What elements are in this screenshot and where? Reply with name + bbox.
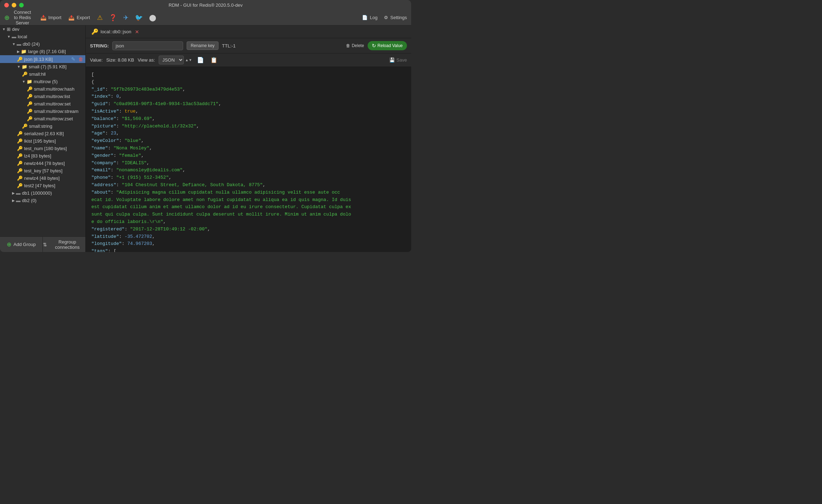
tree-item-small[interactable]: ▼📁small (7) [5.91 KB] [0, 63, 85, 70]
tree-item-lz4[interactable]: 🔑lz4 [83 bytes] [0, 152, 85, 160]
key-icon: 🔑 [17, 131, 23, 136]
tree-item-label: newlz444 [78 bytes] [24, 161, 65, 166]
delete-icon: 🗑 [346, 43, 350, 48]
db-icon: ▬ [16, 190, 21, 196]
toolbar-actions: 📄 Log ⚙ Settings [362, 15, 407, 20]
help-icon[interactable]: ❓ [109, 14, 117, 22]
view-format-button[interactable]: 📋 [209, 56, 219, 64]
size-label: Size: 8.08 KB [106, 57, 134, 63]
twitter-icon[interactable]: 🐦 [135, 14, 143, 22]
tree-item-small_string[interactable]: 🔑small:string [0, 122, 85, 130]
key-tab-close[interactable]: ✕ [135, 29, 139, 35]
log-button[interactable]: 📄 Log [362, 15, 378, 20]
chevron-icon: ▼ [22, 80, 25, 84]
github-icon[interactable]: ⬤ [149, 14, 156, 22]
json-line: "balance": "$1,560.69", [91, 115, 406, 123]
settings-label: Settings [390, 15, 407, 20]
json-line: "about": "Adipisicing magna cillum cupid… [91, 189, 406, 226]
json-editor[interactable]: [ { "_id": "5f7b26973c483ea3479d4e53", "… [86, 67, 411, 252]
json-line: "address": "104 Chestnut Street, Defianc… [91, 182, 406, 189]
tree-item-small_multirow_zset[interactable]: 🔑small:multirow:zset [0, 115, 85, 122]
telegram-icon[interactable]: ✈ [123, 14, 129, 22]
folder-icon: 📁 [27, 79, 32, 84]
add-group-icon: ⊕ [7, 241, 11, 248]
sidebar-tree[interactable]: ▼⊞dev▼▬local▼▬db0 (24)▶📁large (8) [7.16 … [0, 25, 85, 236]
settings-button[interactable]: ⚙ Settings [384, 15, 407, 20]
tree-item-label: small:multirow:hash [34, 86, 74, 92]
tree-item-lkist[interactable]: 🔑lkist [195 bytes] [0, 137, 85, 145]
minimize-button[interactable] [12, 3, 16, 7]
tree-item-small_multirow_list[interactable]: 🔑small:multirow:list [0, 93, 85, 100]
key-icon: 🔑 [27, 94, 33, 99]
tree-item-db2[interactable]: ▶▬db2 (0) [0, 197, 85, 204]
key-tab-icon: 🔑 [91, 28, 98, 35]
tree-item-label: test_num [180 bytes] [24, 146, 67, 151]
json-line: "latitude": -35.472702, [91, 233, 406, 241]
tree-item-large[interactable]: ▶📁large (8) [7.16 GB] [0, 48, 85, 55]
window-title: RDM - GUI for Redis® 2020.5.0-dev [169, 2, 243, 8]
key-tab-header: 🔑 local::db0::json ✕ [86, 25, 411, 38]
save-button[interactable]: 💾 Save [389, 57, 407, 63]
social-icons: ⚠ ❓ ✈ 🐦 ⬤ [97, 14, 156, 22]
delete-button[interactable]: 🗑 Delete [346, 43, 364, 48]
edit-key-icon[interactable]: ✎ [71, 56, 75, 62]
key-icon: 🔑 [17, 183, 23, 188]
tree-item-small_multirow_set[interactable]: 🔑small:multirow:set [0, 100, 85, 108]
tree-item-label: dev [12, 27, 19, 32]
delete-key-icon[interactable]: 🗑 [78, 56, 83, 62]
type-label: STRING: [90, 43, 109, 48]
tree-item-small_hll[interactable]: 🔑small:hll [0, 70, 85, 78]
tree-item-newlz444[interactable]: 🔑newlz444 [78 bytes] [0, 160, 85, 167]
key-name-input[interactable] [112, 41, 183, 50]
tree-item-db0[interactable]: ▼▬db0 (24) [0, 40, 85, 48]
tree-item-local[interactable]: ▼▬local [0, 33, 85, 40]
grid-icon: ⊞ [7, 27, 11, 32]
tree-item-test2[interactable]: 🔑test2 [47 bytes] [0, 182, 85, 189]
key-icon: 🔑 [22, 71, 28, 77]
tree-item-label: small:multirow:set [34, 101, 70, 107]
export-button[interactable]: 📤 Export [68, 15, 90, 21]
tree-item-small_multirow_hash[interactable]: 🔑small:multirow:hash [0, 85, 85, 93]
chevron-icon: ▼ [12, 42, 16, 46]
key-icon: 🔑 [27, 116, 33, 121]
regroup-button[interactable]: ⇅ Regroup connections [43, 237, 85, 252]
json-line: "guid": "c0ad9618-90f3-41e0-9934-13ac53a… [91, 101, 406, 108]
json-line: "index": 0, [91, 93, 406, 101]
window-controls[interactable] [4, 3, 24, 7]
tree-item-test_num[interactable]: 🔑test_num [180 bytes] [0, 145, 85, 152]
chevron-icon: ▼ [17, 65, 21, 69]
tree-item-multirow[interactable]: ▼📁multirow (5) [0, 78, 85, 85]
reload-value-button[interactable]: ↻ Reload Value [368, 41, 407, 50]
close-button[interactable] [4, 3, 9, 7]
key-icon: 🔑 [27, 86, 33, 92]
tree-item-dev[interactable]: ▼⊞dev [0, 25, 85, 33]
tree-item-serialized[interactable]: 🔑serialized [2.63 KB] [0, 130, 85, 137]
export-icon: 📤 [68, 15, 74, 21]
tree-item-json[interactable]: 🔑json [8.13 KB]✎🗑 [0, 55, 85, 63]
import-button[interactable]: 📥 Import [40, 15, 62, 21]
value-label: Value: [90, 57, 103, 63]
key-icon: 🔑 [27, 109, 33, 114]
tree-item-label: test2 [47 bytes] [24, 183, 55, 188]
tree-item-newlz4[interactable]: 🔑newlz4 [48 bytes] [0, 174, 85, 182]
db-icon: ▬ [17, 41, 21, 47]
add-group-button[interactable]: ⊕ Add Group [0, 237, 43, 252]
json-line: "picture": "http://placehold.it/32x32", [91, 123, 406, 130]
tree-item-db1[interactable]: ▶▬db1 (1000000) [0, 189, 85, 197]
view-as-select[interactable]: JSON Text Binary [159, 56, 184, 64]
tree-item-small_multirow_stream[interactable]: 🔑small:multirow:stream [0, 108, 85, 115]
export-label: Export [76, 15, 90, 20]
view-raw-button[interactable]: 📄 [195, 56, 205, 64]
maximize-button[interactable] [19, 3, 24, 7]
chevron-icon: ▶ [12, 199, 15, 202]
json-line: { [91, 79, 406, 86]
json-line: "gender": "female", [91, 152, 406, 160]
tree-item-test_key[interactable]: 🔑test_key [57 bytes] [0, 167, 85, 174]
json-line: "eyeColor": "blue", [91, 137, 406, 145]
key-icon: 🔑 [17, 153, 23, 159]
rename-key-button[interactable]: Rename key [187, 41, 218, 50]
connect-label: Connect to Redis Server [12, 10, 33, 25]
connect-button[interactable]: ⊕ Connect to Redis Server [4, 10, 33, 25]
warning-icon[interactable]: ⚠ [97, 14, 103, 22]
chevron-icon: ▶ [12, 191, 15, 195]
